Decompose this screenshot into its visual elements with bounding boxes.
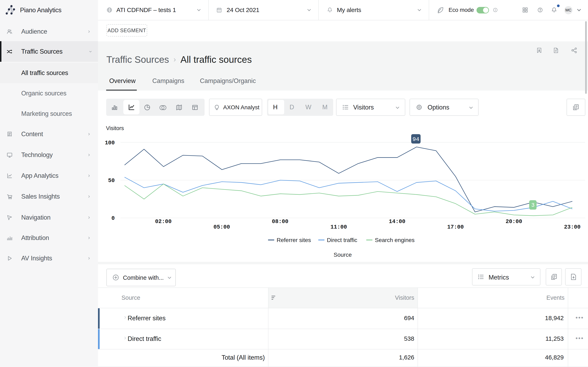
svg-text:17:00: 17:00: [447, 224, 464, 230]
svg-text:D: D: [555, 49, 557, 52]
svg-text:50: 50: [108, 178, 115, 184]
svg-text:05:00: 05:00: [213, 224, 230, 230]
svg-text:14:00: 14:00: [389, 218, 405, 225]
svg-text:08:00: 08:00: [272, 218, 288, 225]
svg-text:11:00: 11:00: [330, 224, 347, 230]
svg-text:02:00: 02:00: [155, 218, 172, 225]
svg-text:3: 3: [531, 202, 535, 208]
svg-text:0: 0: [112, 215, 115, 221]
svg-text:100: 100: [105, 140, 115, 146]
svg-text:94: 94: [412, 136, 419, 142]
svg-text:23:00: 23:00: [564, 224, 580, 230]
svg-text:20:00: 20:00: [506, 218, 522, 225]
